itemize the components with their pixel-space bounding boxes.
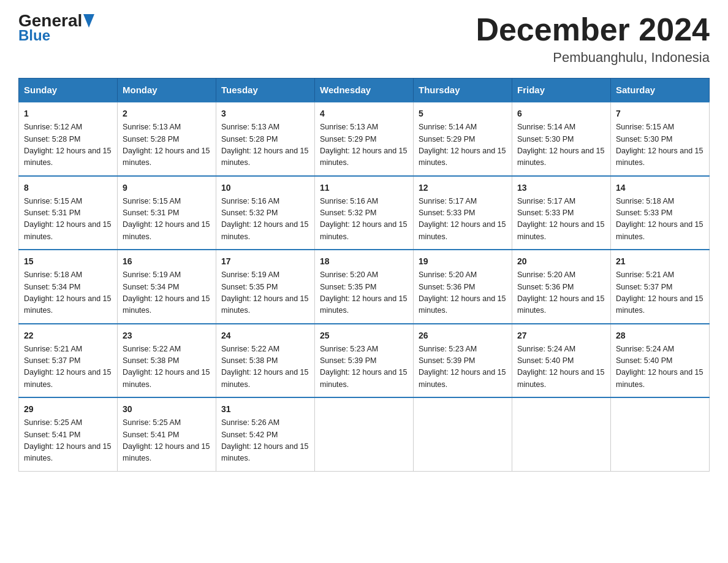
- day-info: Sunrise: 5:22 AMSunset: 5:38 PMDaylight:…: [221, 345, 308, 389]
- day-number: 16: [123, 255, 211, 268]
- logo-blue-text: Blue: [18, 28, 50, 43]
- day-number: 1: [24, 107, 112, 120]
- calendar-cell: 26Sunrise: 5:23 AMSunset: 5:39 PMDayligh…: [414, 324, 512, 398]
- day-number: 8: [24, 182, 112, 194]
- day-info: Sunrise: 5:18 AMSunset: 5:34 PMDaylight:…: [24, 270, 111, 315]
- calendar-cell: 14Sunrise: 5:18 AMSunset: 5:33 PMDayligh…: [611, 176, 710, 250]
- logo-arrow-icon: [83, 14, 94, 28]
- calendar-cell: 22Sunrise: 5:21 AMSunset: 5:37 PMDayligh…: [19, 324, 118, 398]
- calendar-cell: 7Sunrise: 5:15 AMSunset: 5:30 PMDaylight…: [611, 102, 710, 176]
- day-number: 27: [517, 329, 605, 342]
- day-info: Sunrise: 5:19 AMSunset: 5:34 PMDaylight:…: [123, 270, 210, 315]
- day-number: 12: [419, 182, 507, 194]
- day-info: Sunrise: 5:21 AMSunset: 5:37 PMDaylight:…: [24, 345, 111, 389]
- calendar-header-row: Sunday Monday Tuesday Wednesday Thursday…: [19, 79, 710, 102]
- col-saturday: Saturday: [611, 79, 710, 102]
- day-info: Sunrise: 5:24 AMSunset: 5:40 PMDaylight:…: [616, 345, 703, 389]
- col-wednesday: Wednesday: [315, 79, 414, 102]
- calendar-cell: [512, 397, 611, 471]
- calendar-subtitle: Pembuanghulu, Indonesia: [476, 50, 710, 66]
- week-row-4: 22Sunrise: 5:21 AMSunset: 5:37 PMDayligh…: [19, 324, 710, 398]
- week-row-3: 15Sunrise: 5:18 AMSunset: 5:34 PMDayligh…: [19, 250, 710, 324]
- day-info: Sunrise: 5:25 AMSunset: 5:41 PMDaylight:…: [24, 418, 111, 462]
- page-header: General Blue December 2024 Pembuanghulu,…: [18, 12, 710, 66]
- day-number: 5: [419, 107, 507, 120]
- day-number: 15: [24, 255, 112, 268]
- day-number: 6: [517, 107, 605, 120]
- col-tuesday: Tuesday: [216, 79, 315, 102]
- calendar-cell: 2Sunrise: 5:13 AMSunset: 5:28 PMDaylight…: [118, 102, 216, 176]
- day-number: 2: [123, 107, 211, 120]
- calendar-cell: 6Sunrise: 5:14 AMSunset: 5:30 PMDaylight…: [512, 102, 611, 176]
- day-info: Sunrise: 5:17 AMSunset: 5:33 PMDaylight:…: [419, 197, 506, 241]
- svg-marker-0: [83, 14, 94, 28]
- day-number: 10: [221, 182, 309, 194]
- day-number: 13: [517, 182, 605, 194]
- day-number: 28: [616, 329, 704, 342]
- col-sunday: Sunday: [19, 79, 118, 102]
- day-number: 21: [616, 255, 704, 268]
- day-number: 4: [320, 107, 408, 120]
- calendar-cell: 21Sunrise: 5:21 AMSunset: 5:37 PMDayligh…: [611, 250, 710, 324]
- day-number: 26: [419, 329, 507, 342]
- day-number: 11: [320, 182, 408, 194]
- calendar-cell: 12Sunrise: 5:17 AMSunset: 5:33 PMDayligh…: [414, 176, 512, 250]
- day-info: Sunrise: 5:18 AMSunset: 5:33 PMDaylight:…: [616, 197, 703, 241]
- day-info: Sunrise: 5:15 AMSunset: 5:31 PMDaylight:…: [24, 197, 111, 241]
- day-info: Sunrise: 5:23 AMSunset: 5:39 PMDaylight:…: [320, 345, 407, 389]
- calendar-cell: 25Sunrise: 5:23 AMSunset: 5:39 PMDayligh…: [315, 324, 414, 398]
- day-info: Sunrise: 5:12 AMSunset: 5:28 PMDaylight:…: [24, 123, 111, 167]
- calendar-cell: 11Sunrise: 5:16 AMSunset: 5:32 PMDayligh…: [315, 176, 414, 250]
- calendar-table: Sunday Monday Tuesday Wednesday Thursday…: [18, 78, 710, 472]
- day-info: Sunrise: 5:17 AMSunset: 5:33 PMDaylight:…: [517, 197, 604, 241]
- week-row-5: 29Sunrise: 5:25 AMSunset: 5:41 PMDayligh…: [19, 397, 710, 471]
- day-number: 20: [517, 255, 605, 268]
- col-monday: Monday: [118, 79, 216, 102]
- calendar-cell: 28Sunrise: 5:24 AMSunset: 5:40 PMDayligh…: [611, 324, 710, 398]
- calendar-cell: 1Sunrise: 5:12 AMSunset: 5:28 PMDaylight…: [19, 102, 118, 176]
- calendar-cell: 31Sunrise: 5:26 AMSunset: 5:42 PMDayligh…: [216, 397, 315, 471]
- day-info: Sunrise: 5:13 AMSunset: 5:28 PMDaylight:…: [123, 123, 210, 167]
- day-number: 22: [24, 329, 112, 342]
- day-number: 7: [616, 107, 704, 120]
- calendar-cell: 16Sunrise: 5:19 AMSunset: 5:34 PMDayligh…: [118, 250, 216, 324]
- calendar-cell: [315, 397, 414, 471]
- day-info: Sunrise: 5:14 AMSunset: 5:30 PMDaylight:…: [517, 123, 604, 167]
- day-number: 9: [123, 182, 211, 194]
- calendar-cell: 9Sunrise: 5:15 AMSunset: 5:31 PMDaylight…: [118, 176, 216, 250]
- day-number: 30: [123, 403, 211, 416]
- calendar-cell: 3Sunrise: 5:13 AMSunset: 5:28 PMDaylight…: [216, 102, 315, 176]
- title-block: December 2024 Pembuanghulu, Indonesia: [476, 12, 710, 66]
- calendar-cell: 17Sunrise: 5:19 AMSunset: 5:35 PMDayligh…: [216, 250, 315, 324]
- calendar-cell: 24Sunrise: 5:22 AMSunset: 5:38 PMDayligh…: [216, 324, 315, 398]
- day-info: Sunrise: 5:20 AMSunset: 5:35 PMDaylight:…: [320, 270, 407, 315]
- calendar-cell: [414, 397, 512, 471]
- day-number: 24: [221, 329, 309, 342]
- day-number: 25: [320, 329, 408, 342]
- calendar-cell: 20Sunrise: 5:20 AMSunset: 5:36 PMDayligh…: [512, 250, 611, 324]
- day-number: 29: [24, 403, 112, 416]
- calendar-cell: 27Sunrise: 5:24 AMSunset: 5:40 PMDayligh…: [512, 324, 611, 398]
- day-info: Sunrise: 5:23 AMSunset: 5:39 PMDaylight:…: [419, 345, 506, 389]
- day-number: 31: [221, 403, 309, 416]
- day-info: Sunrise: 5:13 AMSunset: 5:28 PMDaylight:…: [221, 123, 308, 167]
- day-info: Sunrise: 5:20 AMSunset: 5:36 PMDaylight:…: [517, 270, 604, 315]
- calendar-cell: 30Sunrise: 5:25 AMSunset: 5:41 PMDayligh…: [118, 397, 216, 471]
- day-info: Sunrise: 5:22 AMSunset: 5:38 PMDaylight:…: [123, 345, 210, 389]
- day-number: 19: [419, 255, 507, 268]
- day-number: 17: [221, 255, 309, 268]
- day-info: Sunrise: 5:14 AMSunset: 5:29 PMDaylight:…: [419, 123, 506, 167]
- day-number: 23: [123, 329, 211, 342]
- day-info: Sunrise: 5:20 AMSunset: 5:36 PMDaylight:…: [419, 270, 506, 315]
- col-thursday: Thursday: [414, 79, 512, 102]
- calendar-cell: 8Sunrise: 5:15 AMSunset: 5:31 PMDaylight…: [19, 176, 118, 250]
- day-info: Sunrise: 5:19 AMSunset: 5:35 PMDaylight:…: [221, 270, 308, 315]
- day-number: 14: [616, 182, 704, 194]
- week-row-2: 8Sunrise: 5:15 AMSunset: 5:31 PMDaylight…: [19, 176, 710, 250]
- calendar-cell: 29Sunrise: 5:25 AMSunset: 5:41 PMDayligh…: [19, 397, 118, 471]
- logo: General Blue: [18, 12, 94, 43]
- day-info: Sunrise: 5:16 AMSunset: 5:32 PMDaylight:…: [221, 197, 308, 241]
- calendar-cell: 10Sunrise: 5:16 AMSunset: 5:32 PMDayligh…: [216, 176, 315, 250]
- day-number: 18: [320, 255, 408, 268]
- day-info: Sunrise: 5:16 AMSunset: 5:32 PMDaylight:…: [320, 197, 407, 241]
